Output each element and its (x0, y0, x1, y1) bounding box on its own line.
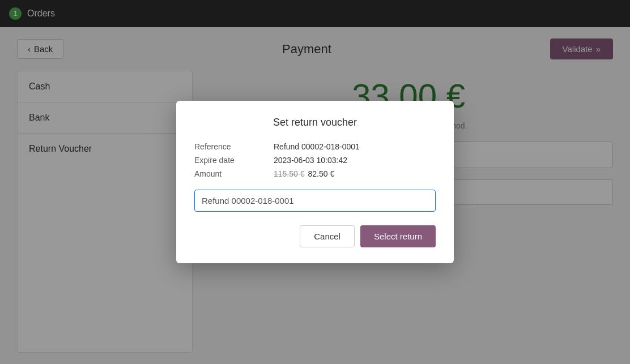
amount-old: 115.50 € (274, 169, 305, 178)
cancel-button[interactable]: Cancel (300, 225, 355, 247)
amount-label: Amount (194, 169, 274, 178)
reference-value: Refund 00002-018-0001 (274, 142, 436, 151)
return-voucher-input[interactable] (194, 190, 436, 212)
modal-title: Set return voucher (194, 117, 436, 129)
reference-label: Reference (194, 142, 274, 151)
modal-overlay: Set return voucher Reference Refund 0000… (0, 0, 630, 364)
modal-fields: Reference Refund 00002-018-0001 Expire d… (194, 142, 436, 178)
expire-label: Expire date (194, 156, 274, 165)
amount-new: 82.50 € (308, 169, 335, 178)
modal-buttons: Cancel Select return (194, 225, 436, 247)
amount-group: 115.50 € 82.50 € (274, 169, 436, 178)
select-return-button[interactable]: Select return (360, 225, 436, 247)
expire-value: 2023-06-03 10:03:42 (274, 156, 436, 165)
set-return-voucher-modal: Set return voucher Reference Refund 0000… (176, 101, 454, 263)
